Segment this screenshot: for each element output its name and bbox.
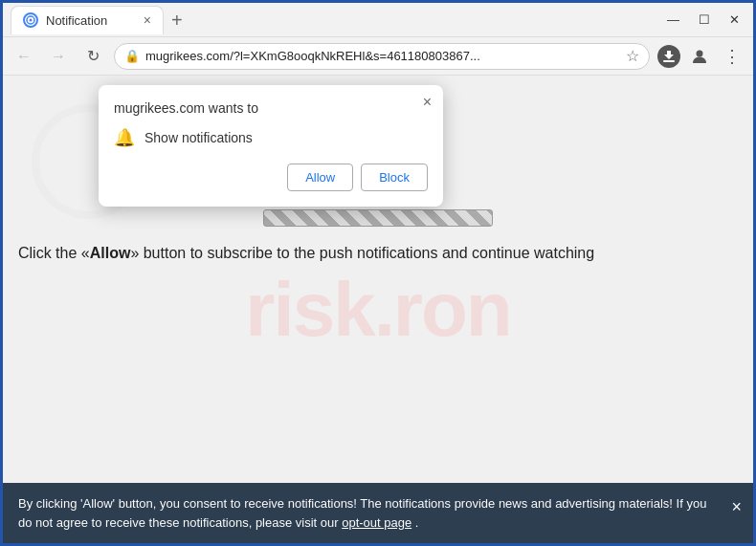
instruction-suffix: » button to subscribe to the push notifi…	[130, 245, 594, 261]
menu-button[interactable]: ⋮	[719, 43, 745, 70]
toolbar-icons: ⋮	[657, 43, 745, 70]
instruction-text: Click the «Allow» button to subscribe to…	[3, 243, 753, 264]
svg-point-3	[697, 50, 703, 56]
lock-icon: 🔒	[124, 49, 140, 63]
consent-bar: By clicking 'Allow' button, you consent …	[3, 483, 753, 543]
opt-out-link[interactable]: opt-out page	[342, 515, 411, 530]
address-bar[interactable]: 🔒 mugrikees.com/?l=XKmG8ooqkNkREHl&s=461…	[114, 43, 650, 70]
tab-title: Notification	[46, 13, 107, 28]
minimize-button[interactable]: —	[661, 11, 685, 29]
url-text: mugrikees.com/?l=XKmG8ooqkNkREHl&s=46118…	[145, 49, 620, 63]
tab-favicon	[23, 12, 38, 28]
instruction-allow-word: Allow	[90, 245, 131, 261]
forward-button[interactable]: →	[45, 43, 72, 70]
tab-close-button[interactable]: ×	[144, 13, 151, 27]
popup-buttons: Allow Block	[114, 164, 428, 191]
browser-tab[interactable]: Notification ×	[11, 6, 164, 34]
omnibox-bar: ← → ↻ 🔒 mugrikees.com/?l=XKmG8ooqkNkREHl…	[3, 37, 753, 76]
close-window-button[interactable]: ✕	[723, 11, 745, 29]
popup-title: mugrikees.com wants to	[114, 100, 428, 116]
watermark-text: risk.ron	[245, 266, 510, 354]
title-bar: Notification × + — ☐ ✕	[3, 3, 753, 37]
popup-close-button[interactable]: ×	[423, 95, 432, 110]
maximize-button[interactable]: ☐	[693, 11, 716, 29]
window-controls: — ☐ ✕	[661, 11, 745, 29]
download-icon[interactable]	[657, 45, 680, 68]
reload-button[interactable]: ↻	[79, 43, 106, 70]
bell-icon: 🔔	[114, 127, 135, 148]
consent-bar-close-button[interactable]: ×	[731, 494, 742, 520]
page-content: risk.ron × mugrikees.com wants to 🔔 Show…	[3, 76, 753, 543]
block-button[interactable]: Block	[361, 164, 428, 191]
popup-permission-row: 🔔 Show notifications	[114, 127, 428, 148]
new-tab-button[interactable]: +	[171, 11, 183, 30]
permission-label: Show notifications	[145, 130, 253, 145]
back-button[interactable]: ←	[11, 43, 37, 70]
svg-point-1	[30, 19, 33, 22]
svg-rect-2	[663, 60, 675, 62]
progress-bar-area	[263, 209, 493, 230]
bookmark-icon[interactable]: ☆	[626, 47, 639, 65]
progress-bar	[263, 209, 493, 227]
profile-button[interactable]	[686, 43, 713, 70]
browser-window: Notification × + — ☐ ✕ ← → ↻ 🔒 mugrikees…	[3, 3, 753, 543]
instruction-prefix: Click the «	[18, 245, 90, 261]
allow-button[interactable]: Allow	[287, 164, 353, 191]
consent-period: .	[415, 515, 419, 530]
notification-popup: × mugrikees.com wants to 🔔 Show notifica…	[99, 85, 443, 207]
